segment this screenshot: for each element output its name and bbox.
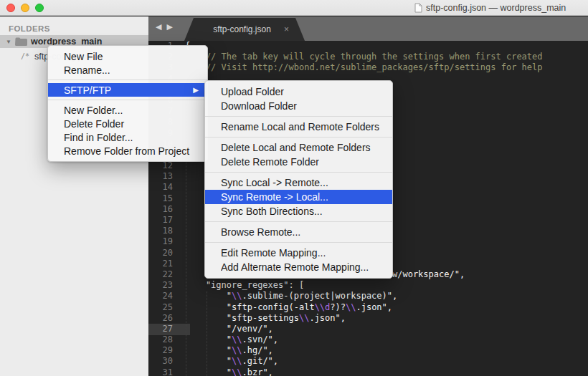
menu-item-label: Download Folder: [221, 100, 384, 112]
context-menu-item-sftp-ftp[interactable]: SFTP/FTP▶: [48, 83, 207, 97]
tab-sftp-config[interactable]: sftp-config.json ×: [184, 18, 305, 41]
submenu-item-download-folder[interactable]: Download Folder: [205, 99, 392, 113]
line-content: [175, 259, 185, 269]
line-content: [175, 226, 185, 236]
tab-close-icon[interactable]: ×: [284, 24, 289, 34]
code-line[interactable]: 1{: [148, 41, 588, 52]
submenu-item-rename-local-and-remote-folders[interactable]: Rename Local and Remote Folders: [205, 120, 392, 134]
titlebar: sftp-config.json — wordpress_main: [0, 0, 588, 16]
line-number: 29: [148, 345, 175, 356]
submenu-item-sync-remote-local[interactable]: Sync Remote -> Local...: [205, 190, 392, 204]
context-menu-item-remove-folder-from-project[interactable]: Remove Folder from Project: [48, 144, 207, 158]
line-content: "\\.hg/",: [175, 345, 273, 356]
file-type-icon: /*: [21, 52, 29, 60]
line-number: 19: [148, 236, 175, 247]
minimize-window-button[interactable]: [21, 4, 29, 12]
menu-item-label: Sync Both Directions...: [221, 206, 384, 217]
folder-icon: [15, 37, 27, 46]
menu-item-label: Rename...: [64, 64, 199, 76]
code-line[interactable]: 27 "/venv/",: [148, 324, 588, 334]
close-window-button[interactable]: [6, 4, 15, 12]
menu-separator: [205, 137, 392, 138]
window-title-area: sftp-config.json — wordpress_main: [414, 0, 588, 16]
tab-label: sftp-config.json: [204, 24, 280, 34]
line-content: // The tab key will cycle through the se…: [175, 52, 543, 62]
line-content: [175, 236, 185, 247]
menu-item-label: Delete Local and Remote Folders: [221, 142, 384, 153]
window-title: sftp-config.json — wordpress_main: [426, 3, 566, 13]
menu-separator: [205, 242, 392, 243]
submenu-item-delete-remote-folder[interactable]: Delete Remote Folder: [205, 155, 392, 169]
code-line[interactable]: 3 // Visit http://wbond.net/sublime_pack…: [148, 62, 588, 73]
menu-item-label: Rename Local and Remote Folders: [221, 121, 384, 132]
submenu-item-add-alternate-remote-mapping[interactable]: Add Alternate Remote Mapping...: [205, 260, 392, 274]
line-number: 25: [148, 302, 175, 313]
app-window: sftp-config.json — wordpress_main FOLDER…: [0, 0, 588, 376]
menu-item-label: Delete Folder: [64, 118, 199, 130]
line-content: [175, 204, 185, 215]
line-number: 16: [148, 204, 175, 215]
context-menu-item-new-folder[interactable]: New Folder...: [48, 103, 207, 117]
code-line[interactable]: 31 "\\.bzr",: [148, 367, 588, 376]
submenu-item-delete-local-and-remote-folders[interactable]: Delete Local and Remote Folders: [205, 140, 392, 155]
submenu-item-sync-both-directions[interactable]: Sync Both Directions...: [205, 204, 392, 218]
folders-header: FOLDERS: [9, 24, 50, 33]
line-number: 22: [148, 269, 175, 280]
menu-item-label: Find in Folder...: [64, 132, 199, 143]
menu-item-label: SFTP/FTP: [64, 85, 187, 96]
line-content: "sftp-settings\\.json",: [175, 313, 346, 324]
line-number: 23: [148, 280, 175, 291]
line-number: 26: [148, 313, 175, 324]
line-content: [175, 171, 185, 182]
line-content: [175, 248, 185, 259]
menu-separator: [205, 116, 392, 117]
nav-forward-icon[interactable]: ▶: [166, 22, 172, 32]
code-line[interactable]: 23 "ignore_regexes": [: [148, 280, 588, 291]
line-number: 28: [148, 334, 175, 345]
line-number: 30: [148, 356, 175, 367]
code-line[interactable]: 28 "\\.svn/",: [148, 334, 588, 345]
context-menu-item-new-file[interactable]: New File: [48, 49, 207, 63]
line-content: "\\.sublime-(project|workspace)",: [175, 291, 397, 302]
disclosure-triangle-icon[interactable]: ▼: [6, 39, 11, 45]
code-line[interactable]: 29 "\\.hg/",: [148, 345, 588, 356]
line-content: "\\.git/",: [175, 356, 278, 367]
line-number: 27: [148, 324, 175, 334]
document-icon: [414, 3, 422, 13]
submenu-item-browse-remote[interactable]: Browse Remote...: [205, 225, 392, 239]
line-content: "/venv/",: [175, 324, 273, 334]
code-line[interactable]: 30 "\\.git/",: [148, 356, 588, 367]
line-number: 24: [148, 291, 175, 302]
code-line[interactable]: 25 "sftp-config(-alt\\d?)?\\.json",: [148, 302, 588, 313]
submenu-arrow-icon: ▶: [193, 86, 199, 94]
menu-item-label: New Folder...: [64, 105, 199, 116]
code-line[interactable]: 24 "\\.sublime-(project|workspace)",: [148, 291, 588, 302]
tabbar: ◀ ▶ sftp-config.json ×: [148, 16, 588, 41]
menu-item-label: New File: [64, 51, 199, 62]
menu-item-label: Edit Remote Mapping...: [221, 247, 384, 259]
menu-item-label: Remove Folder from Project: [64, 145, 199, 157]
line-number: 12: [148, 160, 175, 171]
line-number: 31: [148, 367, 175, 376]
line-content: "sftp-config(-alt\\d?)?\\.json",: [175, 302, 392, 313]
submenu-item-upload-folder[interactable]: Upload Folder: [205, 85, 392, 99]
context-menu-item-delete-folder[interactable]: Delete Folder: [48, 117, 207, 130]
line-content: "\\.svn/",: [175, 334, 278, 345]
line-number: 21: [148, 259, 175, 269]
code-line[interactable]: 26 "sftp-settings\\.json",: [148, 313, 588, 324]
line-content: [175, 193, 185, 204]
line-content: // Visit http://wbond.net/sublime_packag…: [175, 62, 543, 73]
nav-back-icon[interactable]: ◀: [156, 22, 161, 32]
line-content: [175, 215, 185, 226]
line-content: [175, 160, 185, 171]
code-line[interactable]: 2 // The tab key will cycle through the …: [148, 52, 588, 62]
zoom-window-button[interactable]: [35, 4, 44, 12]
submenu-item-sync-local-remote[interactable]: Sync Local -> Remote...: [205, 175, 392, 190]
menu-item-label: Sync Local -> Remote...: [221, 177, 384, 188]
context-menu-item-find-in-folder[interactable]: Find in Folder...: [48, 130, 207, 144]
line-number: 13: [148, 171, 175, 182]
context-menu-item-rename[interactable]: Rename...: [48, 63, 207, 77]
submenu-item-edit-remote-mapping[interactable]: Edit Remote Mapping...: [205, 246, 392, 260]
line-number: 17: [148, 215, 175, 226]
menu-separator: [205, 221, 392, 222]
